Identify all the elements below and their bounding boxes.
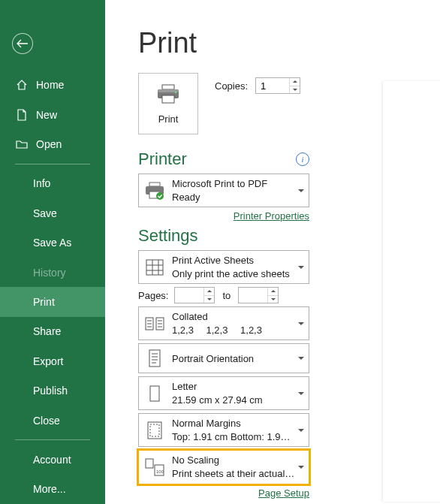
page-title: Print bbox=[138, 27, 440, 59]
scaling-sub: Print sheets at their actual size bbox=[172, 467, 295, 481]
sidebar-item-label: Export bbox=[33, 355, 63, 367]
collate-icon bbox=[143, 312, 166, 335]
chevron-down-icon bbox=[298, 429, 304, 432]
print-what-title: Print Active Sheets bbox=[172, 254, 295, 267]
pages-from-spinbox[interactable] bbox=[174, 287, 215, 303]
sidebar-item-home[interactable]: Home bbox=[0, 71, 105, 100]
sidebar-item-label: Save bbox=[33, 207, 57, 219]
sidebar-item-label: More... bbox=[33, 483, 66, 495]
svg-text:100: 100 bbox=[156, 469, 164, 474]
pages-from-up[interactable] bbox=[204, 288, 214, 296]
sidebar-item-account[interactable]: Account bbox=[0, 445, 105, 474]
orientation-dropdown[interactable]: Portrait Orientation bbox=[138, 343, 309, 373]
print-what-sub: Only print the active sheets bbox=[172, 267, 295, 281]
chevron-down-icon bbox=[298, 266, 304, 269]
orientation-title: Portrait Orientation bbox=[172, 352, 295, 366]
svg-rect-3 bbox=[162, 95, 174, 103]
new-icon bbox=[15, 109, 29, 121]
pages-from-input[interactable] bbox=[175, 288, 203, 303]
settings-section-header: Settings bbox=[138, 226, 198, 246]
svg-rect-16 bbox=[146, 459, 153, 468]
sidebar-item-export[interactable]: Export bbox=[0, 346, 105, 376]
margins-dropdown[interactable]: Normal Margins Top: 1.91 cm Bottom: 1.91… bbox=[138, 413, 309, 447]
pages-to-label: to bbox=[222, 290, 231, 301]
pages-from-down[interactable] bbox=[204, 296, 214, 303]
printer-section-header: Printer bbox=[138, 149, 187, 169]
sidebar-item-info[interactable]: Info bbox=[0, 169, 105, 198]
printer-icon bbox=[155, 83, 181, 107]
printer-dropdown[interactable]: Microsoft Print to PDF Ready bbox=[138, 174, 309, 207]
svg-rect-0 bbox=[162, 85, 174, 89]
sidebar-item-open[interactable]: Open bbox=[0, 129, 105, 158]
sidebar-item-save[interactable]: Save bbox=[0, 198, 105, 228]
paper-title: Letter bbox=[172, 380, 295, 394]
sidebar-item-history: History bbox=[0, 258, 105, 287]
print-button-label: Print bbox=[158, 113, 179, 125]
page-setup-link[interactable]: Page Setup bbox=[258, 487, 309, 499]
sidebar-item-new[interactable]: New bbox=[0, 100, 105, 129]
svg-rect-5 bbox=[149, 183, 160, 186]
collate-title: Collated bbox=[172, 310, 295, 324]
sidebar-item-label: Share bbox=[33, 325, 61, 337]
pages-to-input[interactable] bbox=[239, 288, 267, 303]
printer-device-icon bbox=[143, 180, 166, 202]
sidebar-item-label: Close bbox=[33, 415, 60, 427]
back-button[interactable] bbox=[12, 33, 33, 54]
sidebar-item-label: Print bbox=[33, 296, 55, 308]
margins-title: Normal Margins bbox=[172, 417, 295, 430]
sidebar-item-label: Publish bbox=[33, 385, 68, 397]
margins-sub: Top: 1.91 cm Bottom: 1.91 c... bbox=[172, 430, 295, 444]
sidebar-item-share[interactable]: Share bbox=[0, 317, 105, 346]
sidebar-item-more[interactable]: More... bbox=[0, 475, 105, 504]
sidebar-item-publish[interactable]: Publish bbox=[0, 376, 105, 406]
print-button[interactable]: Print bbox=[138, 73, 198, 134]
sidebar-item-label: History bbox=[33, 267, 66, 279]
scaling-title: No Scaling bbox=[172, 454, 295, 467]
chevron-down-icon bbox=[298, 322, 304, 325]
sidebar-item-label: Save As bbox=[33, 237, 71, 249]
copies-spin-up[interactable] bbox=[290, 78, 300, 86]
svg-point-4 bbox=[175, 91, 176, 92]
printer-properties-link[interactable]: Printer Properties bbox=[234, 210, 309, 222]
pages-to-spinbox[interactable] bbox=[238, 287, 279, 303]
svg-rect-15 bbox=[150, 424, 159, 436]
sidebar-item-label: New bbox=[36, 109, 57, 121]
scaling-dropdown[interactable]: 100 No Scaling Print sheets at their act… bbox=[138, 450, 309, 484]
paper-sub: 21.59 cm x 27.94 cm bbox=[172, 394, 295, 407]
svg-rect-12 bbox=[149, 350, 160, 367]
chevron-down-icon bbox=[298, 392, 304, 395]
chevron-down-icon bbox=[298, 466, 304, 469]
chevron-down-icon bbox=[298, 189, 304, 192]
svg-rect-13 bbox=[150, 386, 159, 401]
copies-spin-down[interactable] bbox=[290, 86, 300, 94]
sidebar-item-label: Open bbox=[36, 138, 62, 150]
pages-to-up[interactable] bbox=[268, 288, 278, 296]
margins-icon bbox=[143, 419, 166, 442]
copies-input[interactable] bbox=[256, 78, 289, 93]
sidebar-item-label: Account bbox=[33, 454, 71, 466]
svg-rect-9 bbox=[146, 260, 163, 275]
scaling-icon: 100 bbox=[143, 456, 166, 478]
print-what-dropdown[interactable]: Print Active Sheets Only print the activ… bbox=[138, 250, 309, 284]
copies-spinbox[interactable] bbox=[255, 77, 300, 94]
printer-status: Ready bbox=[172, 191, 295, 204]
home-icon bbox=[15, 79, 29, 91]
printer-name: Microsoft Print to PDF bbox=[172, 177, 295, 191]
sidebar-separator bbox=[15, 439, 90, 440]
sidebar: Home New Open Info Save Save As History … bbox=[0, 0, 105, 504]
main-content: Print Print Copies: Printer i bbox=[105, 0, 440, 504]
sidebar-item-print[interactable]: Print bbox=[0, 287, 105, 316]
printer-info-icon[interactable]: i bbox=[296, 152, 309, 166]
chevron-down-icon bbox=[298, 357, 304, 360]
sidebar-item-close[interactable]: Close bbox=[0, 406, 105, 435]
collate-sub: 1,2,3 1,2,3 1,2,3 bbox=[172, 324, 295, 337]
collate-dropdown[interactable]: Collated 1,2,3 1,2,3 1,2,3 bbox=[138, 306, 309, 340]
copies-label: Copies: bbox=[215, 80, 248, 92]
open-icon bbox=[15, 139, 29, 149]
sidebar-item-save-as[interactable]: Save As bbox=[0, 228, 105, 258]
sidebar-item-label: Home bbox=[36, 79, 64, 91]
paper-size-dropdown[interactable]: Letter 21.59 cm x 27.94 cm bbox=[138, 376, 309, 410]
pages-to-down[interactable] bbox=[268, 296, 278, 303]
sidebar-separator bbox=[15, 164, 90, 164]
page-icon bbox=[143, 382, 166, 405]
